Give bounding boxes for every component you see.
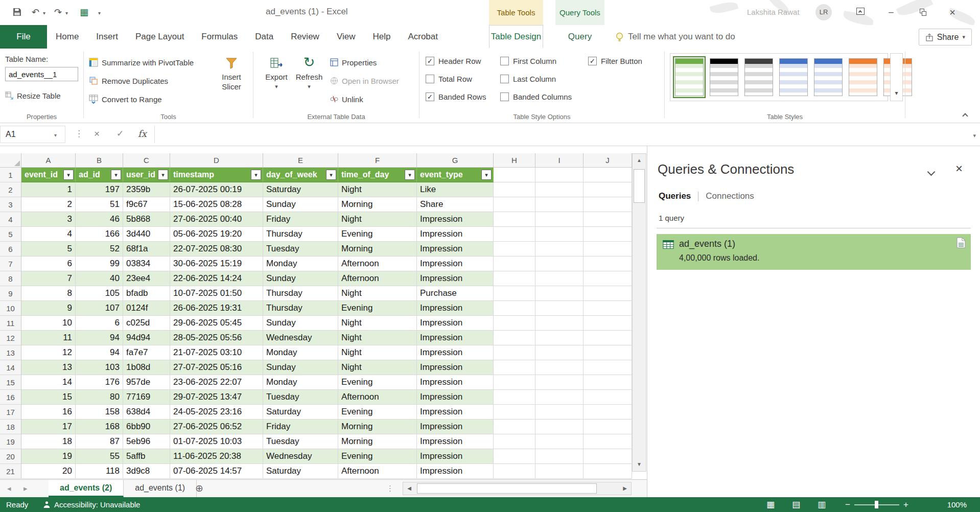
- checkbox-box[interactable]: ✓: [426, 92, 434, 101]
- cell-J15[interactable]: [584, 375, 632, 390]
- cell-J21[interactable]: [584, 464, 632, 479]
- row-header-3[interactable]: 3: [0, 197, 21, 212]
- zoom-percentage[interactable]: 100%: [947, 497, 967, 512]
- cell-B8[interactable]: 40: [76, 271, 123, 286]
- cell-E20[interactable]: Wednesday: [263, 449, 338, 464]
- cell-D19[interactable]: 01-07-2025 10:03: [170, 434, 263, 449]
- cell-G20[interactable]: Impression: [417, 449, 494, 464]
- cell-G19[interactable]: Impression: [417, 434, 494, 449]
- filter-button-event-type[interactable]: ▾: [481, 170, 492, 180]
- filter-button-ad-id[interactable]: ▾: [111, 170, 121, 180]
- cell-F3[interactable]: Morning: [338, 197, 417, 212]
- cell-A3[interactable]: 2: [21, 197, 76, 212]
- minimize-window-icon[interactable]: –: [882, 6, 900, 19]
- table-style-blue-1[interactable]: [777, 56, 810, 98]
- cell-F1[interactable]: time_of_day▾: [338, 168, 417, 182]
- cell-D1[interactable]: timestamp▾: [170, 168, 263, 182]
- zoom-in-icon[interactable]: +: [903, 497, 908, 512]
- cell-B12[interactable]: 94: [76, 331, 123, 345]
- query-sheet-icon[interactable]: [956, 237, 966, 250]
- cell-D3[interactable]: 15-06-2025 08:28: [170, 197, 263, 212]
- cell-H13[interactable]: [494, 345, 535, 360]
- checkbox-banded-columns[interactable]: Banded Columns: [500, 89, 588, 104]
- cell-I16[interactable]: [535, 390, 584, 405]
- checkbox-box[interactable]: [426, 75, 434, 83]
- cell-I19[interactable]: [535, 434, 584, 449]
- cell-A10[interactable]: 9: [21, 301, 76, 316]
- filter-button-event-id[interactable]: ▾: [63, 170, 74, 180]
- cell-I13[interactable]: [535, 345, 584, 360]
- table-name-input[interactable]: [5, 67, 78, 81]
- cell-A5[interactable]: 4: [21, 227, 76, 242]
- cell-E2[interactable]: Saturday: [263, 182, 338, 197]
- row-header-17[interactable]: 17: [0, 405, 21, 420]
- cell-D10[interactable]: 26-06-2025 19:31: [170, 301, 263, 316]
- cell-B15[interactable]: 176: [76, 375, 123, 390]
- cell-C15[interactable]: 957de: [123, 375, 170, 390]
- cell-A13[interactable]: 12: [21, 345, 76, 360]
- cell-H9[interactable]: [494, 286, 535, 301]
- cell-B16[interactable]: 80: [76, 390, 123, 405]
- cell-J8[interactable]: [584, 271, 632, 286]
- close-window-icon[interactable]: ×: [943, 6, 962, 19]
- row-header-9[interactable]: 9: [0, 286, 21, 301]
- redo-dropdown-icon[interactable]: ▾: [65, 10, 68, 16]
- ribbon-display-options-icon[interactable]: [851, 6, 870, 19]
- cell-C7[interactable]: 03834: [123, 257, 170, 271]
- cell-E10[interactable]: Thursday: [263, 301, 338, 316]
- cell-D6[interactable]: 22-07-2025 08:30: [170, 242, 263, 257]
- filter-button-day-of-week[interactable]: ▾: [326, 170, 336, 180]
- cell-E12[interactable]: Wednesday: [263, 331, 338, 345]
- tab-review[interactable]: Review: [282, 25, 328, 49]
- table-style-black-1[interactable]: [708, 56, 740, 98]
- cell-J6[interactable]: [584, 242, 632, 257]
- expand-formula-bar-icon[interactable]: ▾: [973, 132, 976, 139]
- cell-A11[interactable]: 10: [21, 316, 76, 331]
- cell-A8[interactable]: 7: [21, 271, 76, 286]
- scroll-right-icon[interactable]: ▶: [619, 482, 631, 495]
- cell-J11[interactable]: [584, 316, 632, 331]
- column-header-G[interactable]: G: [417, 153, 494, 168]
- cell-H1[interactable]: [494, 168, 535, 182]
- column-header-A[interactable]: A: [21, 153, 76, 168]
- cell-G10[interactable]: Impression: [417, 301, 494, 316]
- cell-E8[interactable]: Sunday: [263, 271, 338, 286]
- checkbox-filter-button[interactable]: ✓Filter Button: [588, 54, 660, 68]
- cell-B1[interactable]: ad_id▾: [76, 168, 123, 182]
- cell-C9[interactable]: bfadb: [123, 286, 170, 301]
- cell-C16[interactable]: 77169: [123, 390, 170, 405]
- row-header-4[interactable]: 4: [0, 212, 21, 227]
- cell-G12[interactable]: Impression: [417, 331, 494, 345]
- cell-I4[interactable]: [535, 212, 584, 227]
- cell-J18[interactable]: [584, 420, 632, 434]
- cell-B11[interactable]: 6: [76, 316, 123, 331]
- column-header-C[interactable]: C: [123, 153, 170, 168]
- cell-C14[interactable]: 1b08d: [123, 360, 170, 375]
- cell-F11[interactable]: Night: [338, 316, 417, 331]
- filter-button-time-of-day[interactable]: ▾: [405, 170, 415, 180]
- checkbox-header-row[interactable]: ✓Header Row: [426, 54, 500, 68]
- cell-F7[interactable]: Afternoon: [338, 257, 417, 271]
- vertical-scrollbar[interactable]: ▲ ▼: [632, 153, 646, 472]
- cell-G16[interactable]: Impression: [417, 390, 494, 405]
- cell-H12[interactable]: [494, 331, 535, 345]
- cell-I18[interactable]: [535, 420, 584, 434]
- cell-C11[interactable]: c025d: [123, 316, 170, 331]
- tab-home[interactable]: Home: [47, 25, 87, 49]
- cell-D16[interactable]: 29-07-2025 13:47: [170, 390, 263, 405]
- cell-G8[interactable]: Impression: [417, 271, 494, 286]
- panel-tab-queries[interactable]: Queries: [659, 191, 691, 201]
- scroll-left-icon[interactable]: ◀: [403, 482, 415, 495]
- vertical-scrollbar-thumb[interactable]: [634, 169, 645, 203]
- cell-E21[interactable]: Saturday: [263, 464, 338, 479]
- cell-E15[interactable]: Monday: [263, 375, 338, 390]
- cell-J19[interactable]: [584, 434, 632, 449]
- checkbox-box[interactable]: ✓: [426, 57, 434, 65]
- redo-icon[interactable]: ↷: [54, 7, 62, 18]
- table-styles-more-button[interactable]: ▾: [890, 53, 903, 101]
- cell-B18[interactable]: 168: [76, 420, 123, 434]
- cell-C6[interactable]: 68f1a: [123, 242, 170, 257]
- cell-C12[interactable]: 94d94: [123, 331, 170, 345]
- cell-J20[interactable]: [584, 449, 632, 464]
- row-header-14[interactable]: 14: [0, 360, 21, 375]
